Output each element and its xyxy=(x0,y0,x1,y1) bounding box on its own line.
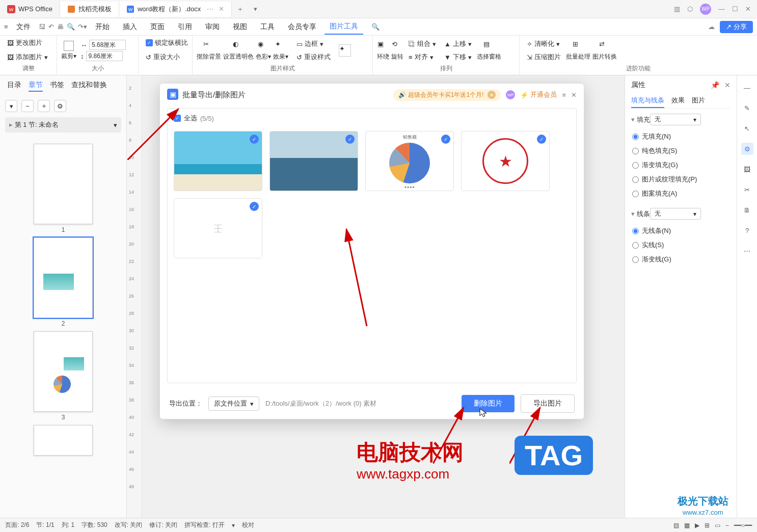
line-radio-solid[interactable]: 实线(S) xyxy=(631,238,731,252)
redo-dropdown-icon[interactable]: ↷▾ xyxy=(78,23,87,31)
line-radio-gradient[interactable]: 渐变线(G) xyxy=(631,252,731,267)
menu-file[interactable]: 文件 xyxy=(11,19,36,35)
crop-button[interactable]: 裁剪▾ xyxy=(61,41,76,61)
rail-gallery-icon[interactable]: 🖼 xyxy=(741,163,753,175)
lp-collapse-button[interactable]: ▾ xyxy=(5,100,17,112)
cube-icon[interactable]: ⬡ xyxy=(687,5,693,13)
tab-list-dropdown[interactable]: ▾ xyxy=(249,5,262,13)
menu-review[interactable]: 审阅 xyxy=(200,19,225,35)
section-item[interactable]: ▸ 第 1 节: 未命名 ▾ xyxy=(5,117,121,132)
delete-images-button[interactable]: 删除图片 xyxy=(462,395,515,412)
fill-radio-gradient[interactable]: 渐变填充(G) xyxy=(631,158,731,172)
image-card-3[interactable]: 销售额■ ■ ■ ■✓ xyxy=(365,131,454,191)
tab-overflow-icon[interactable]: ⋯ xyxy=(207,5,213,13)
group-button[interactable]: ⿻组合▾ xyxy=(405,38,439,50)
panel-icon[interactable]: ▥ xyxy=(674,5,680,13)
modal-close-icon[interactable]: ✕ xyxy=(571,91,577,99)
save-icon[interactable]: 🖫 xyxy=(39,23,45,31)
image-card-2[interactable]: ✓ xyxy=(269,131,358,191)
pin-icon[interactable]: 📌 xyxy=(711,81,719,89)
fill-select[interactable]: 无▾ xyxy=(650,114,701,125)
image-card-1[interactable]: ✓ xyxy=(174,131,262,191)
menu-view[interactable]: 视图 xyxy=(228,19,252,35)
close-window-button[interactable]: ✕ xyxy=(745,5,751,13)
vip-link[interactable]: ⚡开通会员 xyxy=(520,90,557,99)
height-input[interactable]: 9.86厘米 xyxy=(86,51,123,61)
tab-document[interactable]: W word教程（新）.docx ⋯ ✕ xyxy=(119,2,232,17)
lock-ratio-checkbox[interactable]: ✓锁定纵横比 xyxy=(143,37,191,49)
menu-start[interactable]: 开始 xyxy=(90,19,115,35)
prop-tab-fill[interactable]: 填充与线条 xyxy=(631,94,664,108)
tab-wps-app[interactable]: W WPS Office xyxy=(0,2,60,17)
lp-remove-button[interactable]: − xyxy=(21,100,34,112)
export-images-button[interactable]: 导出图片 xyxy=(521,394,575,413)
menu-ref[interactable]: 引用 xyxy=(173,19,197,35)
prop-tab-effect[interactable]: 效果 xyxy=(671,94,685,108)
maximize-button[interactable]: ☐ xyxy=(732,5,738,13)
menu-insert[interactable]: 插入 xyxy=(118,19,142,35)
lp-tab-find[interactable]: 查找和替换 xyxy=(71,81,107,92)
view-mode-icon[interactable]: ▤ xyxy=(673,522,679,529)
align-button[interactable]: ≡对齐▾ xyxy=(405,51,439,63)
rail-help-icon[interactable]: ? xyxy=(741,224,753,236)
border-button[interactable]: ▭边框▾ xyxy=(293,38,334,50)
fill-radio-pattern[interactable]: 图案填充(A) xyxy=(631,187,731,201)
line-radio-none[interactable]: 无线条(N) xyxy=(631,224,731,238)
selection-pane-button[interactable]: ▤选择窗格 xyxy=(477,40,501,61)
print-icon[interactable]: 🖶 xyxy=(57,23,64,31)
promo-banner[interactable]: 🔊超级会员年卡买1年送1个月!✕ xyxy=(393,89,501,101)
cloud-icon[interactable]: ☁ xyxy=(708,23,715,31)
status-page[interactable]: 页面: 2/6 xyxy=(5,521,29,529)
compress-button[interactable]: ⇲压缩图片 xyxy=(524,51,564,63)
status-proof[interactable]: 校对 xyxy=(242,521,254,529)
undo-icon[interactable]: ↶ xyxy=(48,23,54,31)
zoom-out-icon[interactable]: − xyxy=(725,522,729,529)
rail-tools-icon[interactable]: ✂ xyxy=(741,183,753,196)
hamburger-icon[interactable]: ≡ xyxy=(4,23,8,31)
color-button[interactable]: ◉色彩▾ xyxy=(256,40,271,61)
page-thumb-4[interactable] xyxy=(34,425,93,456)
move-down-button[interactable]: ▼下移▾ xyxy=(441,51,475,63)
preview-icon[interactable]: 🔍 xyxy=(67,23,75,31)
new-tab-button[interactable]: ＋ xyxy=(232,5,249,14)
user-avatar[interactable]: WP xyxy=(700,4,711,15)
page-thumb-1[interactable] xyxy=(34,144,93,224)
menu-page[interactable]: 页面 xyxy=(145,19,170,35)
change-picture-button[interactable]: 🖼更改图片 xyxy=(4,37,45,49)
convert-button[interactable]: ⇄图片转换 xyxy=(592,40,617,61)
view-mode-icon[interactable]: ▭ xyxy=(715,522,720,529)
modal-menu-icon[interactable]: ≡ xyxy=(562,91,566,99)
lp-tab-sections[interactable]: 章节 xyxy=(29,81,43,92)
lp-add-button[interactable]: ＋ xyxy=(38,100,50,112)
style-preset[interactable]: ✦ xyxy=(339,44,351,57)
menu-vip[interactable]: 会员专享 xyxy=(283,19,321,35)
tab-templates[interactable]: 找稻壳模板 xyxy=(60,2,119,17)
export-path-select[interactable]: 原文件位置▾ xyxy=(208,396,259,411)
select-all-checkbox[interactable]: ✓ xyxy=(174,115,181,122)
reset-size-button[interactable]: ↺重设大小 xyxy=(143,51,183,63)
status-spell[interactable]: 拼写检查: 打开 xyxy=(184,521,225,529)
status-rewrite[interactable]: 改写: 关闭 xyxy=(115,521,143,529)
minimize-button[interactable]: — xyxy=(718,5,725,13)
view-mode-icon[interactable]: ▦ xyxy=(684,522,690,529)
rail-collapse-icon[interactable]: — xyxy=(741,82,753,94)
rail-properties-icon[interactable]: ⚙ xyxy=(741,143,753,155)
tab-close-icon[interactable]: ✕ xyxy=(219,5,224,13)
share-button[interactable]: ↗分享 xyxy=(720,21,753,33)
lp-tab-bookmarks[interactable]: 书签 xyxy=(50,81,64,92)
menu-tools[interactable]: 工具 xyxy=(255,19,280,35)
view-mode-icon[interactable]: ⊞ xyxy=(705,522,710,529)
menu-picture-tools[interactable]: 图片工具 xyxy=(325,19,363,35)
fill-radio-picture[interactable]: 图片或纹理填充(P) xyxy=(631,172,731,187)
close-prop-icon[interactable]: ✕ xyxy=(724,81,731,89)
status-words[interactable]: 字数: 530 xyxy=(82,521,107,529)
remove-bg-button[interactable]: ✂抠除背景 xyxy=(197,40,221,61)
image-card-5[interactable]: ─┬──┼──┴─✓ xyxy=(174,198,262,258)
add-picture-button[interactable]: 🖼添加图片▾ xyxy=(4,51,51,63)
fill-radio-none[interactable]: 无填充(N) xyxy=(631,129,731,144)
status-track[interactable]: 修订: 关闭 xyxy=(149,521,177,529)
rail-files-icon[interactable]: 🗎 xyxy=(741,204,753,216)
wrap-button[interactable]: ▣环绕 xyxy=(377,40,389,61)
image-card-4[interactable]: ★✓ xyxy=(461,131,550,191)
rotate-button[interactable]: ⟲旋转 xyxy=(391,40,403,61)
